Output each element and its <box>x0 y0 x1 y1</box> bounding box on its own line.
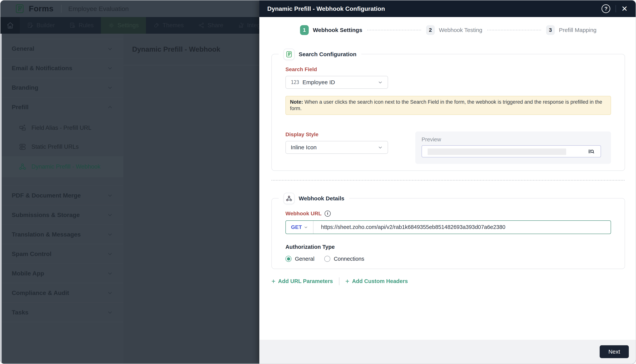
webhook-config-modal: Dynamic Prefill - Webhook Configuration … <box>259 0 635 364</box>
step-label: Webhook Settings <box>313 27 362 33</box>
sidebar-item-field-alias-prefill-url[interactable]: Field Alias - Prefill URL <box>1 118 123 137</box>
display-style-row: Display Style Inline Icon Preview <box>285 132 611 164</box>
sidebar-section-compliance-audit[interactable]: Compliance & Audit <box>1 283 123 303</box>
authorization-type-options: General Connections <box>285 256 611 262</box>
nav-tab-rules[interactable]: Rules <box>62 17 101 34</box>
rules-icon <box>69 22 76 28</box>
close-icon[interactable]: ✕ <box>621 5 628 12</box>
nav-tab-label: Share <box>208 22 223 29</box>
nav-tab-label: Settings <box>118 22 139 29</box>
step-label: Webhook Testing <box>439 27 482 33</box>
add-custom-headers-link[interactable]: + Add Custom Headers <box>344 278 409 285</box>
number-field-type-icon: 123 <box>291 80 299 85</box>
sidebar-section-spam-control[interactable]: Spam Control <box>1 244 123 264</box>
chevron-down-icon <box>107 85 113 90</box>
help-icon[interactable]: ? <box>601 4 610 13</box>
chevron-down-icon <box>378 80 383 85</box>
webhook-icon <box>19 163 27 171</box>
authorization-type-label: Authorization Type <box>285 244 611 250</box>
sidebar-section-branding[interactable]: Branding <box>1 78 123 98</box>
modal-body: 1 Webhook Settings 2 Webhook Testing 3 P… <box>259 17 635 340</box>
webhook-details-section: Webhook Details Webhook URL i GET https:… <box>271 198 625 269</box>
search-field-select[interactable]: 123 Employee ID <box>285 76 388 89</box>
modal-header: Dynamic Prefill - Webhook Configuration … <box>259 0 635 17</box>
webhook-url-group: GET https://sheet.zoho.com/api/v2/rab1k6… <box>285 220 611 234</box>
http-method-select[interactable]: GET <box>286 221 313 234</box>
chevron-down-icon <box>107 65 113 71</box>
stepper: 1 Webhook Settings 2 Webhook Testing 3 P… <box>271 25 625 35</box>
nav-tab-settings[interactable]: Settings <box>101 17 146 34</box>
step-connector <box>367 30 421 30</box>
header-divider <box>61 5 62 13</box>
settings-sidebar: General Email & Notifications Branding P… <box>1 34 123 364</box>
nav-home-tab[interactable] <box>1 17 20 34</box>
static-prefill-icon <box>19 143 27 151</box>
plus-icon: + <box>345 278 349 285</box>
step-webhook-settings[interactable]: 1 Webhook Settings <box>300 25 362 35</box>
sidebar-section-submissions-storage[interactable]: Submissions & Storage <box>1 205 123 225</box>
webhook-url-label: Webhook URL <box>285 210 322 216</box>
nav-tab-builder[interactable]: Builder <box>20 17 62 34</box>
search-configuration-legend: Search Configuration <box>279 48 361 60</box>
nav-tab-label: Themes <box>163 22 184 29</box>
builder-icon <box>27 22 34 28</box>
app-window: Forms Employee Evaluation Builder Rules <box>0 0 636 364</box>
section-divider <box>271 180 625 181</box>
chevron-up-icon <box>107 104 113 110</box>
search-field-label: Search Field <box>285 66 611 72</box>
chevron-down-icon <box>107 251 113 257</box>
chevron-down-icon <box>107 290 113 296</box>
integrations-icon <box>238 22 244 28</box>
nav-tab-share[interactable]: Share <box>191 17 231 34</box>
search-configuration-section: Search Configuration Search Field 123 Em… <box>271 54 625 171</box>
themes-icon <box>153 22 160 28</box>
sidebar-section-prefill[interactable]: Prefill <box>1 98 123 117</box>
sidebar-section-email-notifications[interactable]: Email & Notifications <box>1 58 123 78</box>
modal-footer: Next <box>259 340 635 364</box>
sidebar-section-pdf-document-merge[interactable]: PDF & Document Merge <box>1 186 123 205</box>
add-links-row: + Add URL Parameters + Add Custom Header… <box>270 277 625 285</box>
step-prefill-mapping[interactable]: 3 Prefill Mapping <box>546 25 596 35</box>
nav-tab-label: Rules <box>79 22 94 29</box>
search-lookup-icon[interactable] <box>588 148 594 155</box>
sidebar-section-general[interactable]: General <box>1 39 123 58</box>
chevron-down-icon <box>107 192 113 198</box>
settings-gear-icon <box>108 22 115 28</box>
radio-button <box>285 256 292 262</box>
display-style-select[interactable]: Inline Icon <box>285 141 388 154</box>
sidebar-section-tasks[interactable]: Tasks <box>1 303 123 322</box>
radio-general[interactable]: General <box>285 256 314 262</box>
preview-placeholder-bar <box>428 148 566 155</box>
nav-tab-themes[interactable]: Themes <box>146 17 191 34</box>
form-icon <box>284 48 295 60</box>
next-button[interactable]: Next <box>600 345 629 358</box>
modal-title: Dynamic Prefill - Webhook Configuration <box>267 5 601 12</box>
sidebar-section-mobile-app[interactable]: Mobile App <box>1 264 123 283</box>
webhook-url-input[interactable]: https://sheet.zoho.com/api/v2/rab1k68493… <box>313 221 611 234</box>
add-url-parameters-link[interactable]: + Add URL Parameters <box>270 278 334 285</box>
plus-icon: + <box>271 278 275 285</box>
chevron-down-icon <box>378 145 383 150</box>
prefill-sub-list: Field Alias - Prefill URL Static Prefill… <box>1 117 123 186</box>
links-separator <box>339 277 339 285</box>
chevron-down-icon <box>107 212 113 218</box>
preview-input <box>421 145 601 158</box>
nav-tab-label: Builder <box>37 22 55 29</box>
app-name: Forms <box>29 4 54 13</box>
step-number: 2 <box>426 25 435 35</box>
info-icon[interactable]: i <box>325 210 331 216</box>
sidebar-item-static-prefill-urls[interactable]: Static Prefill URLs <box>1 137 123 156</box>
display-style-label: Display Style <box>285 132 388 138</box>
chevron-down-icon <box>107 310 113 315</box>
step-webhook-testing[interactable]: 2 Webhook Testing <box>426 25 482 35</box>
chevron-down-icon <box>304 225 308 229</box>
field-alias-icon <box>19 124 27 132</box>
sidebar-section-translation-messages[interactable]: Translation & Messages <box>1 225 123 244</box>
forms-logo-icon <box>15 4 25 14</box>
webhook-details-legend: Webhook Details <box>279 193 349 204</box>
sidebar-item-dynamic-prefill-webhook[interactable]: Dynamic Prefill - Webhook <box>1 156 123 177</box>
preview-label: Preview <box>421 136 601 143</box>
chevron-down-icon <box>107 232 113 237</box>
radio-connections[interactable]: Connections <box>324 256 364 262</box>
home-icon <box>6 21 15 30</box>
